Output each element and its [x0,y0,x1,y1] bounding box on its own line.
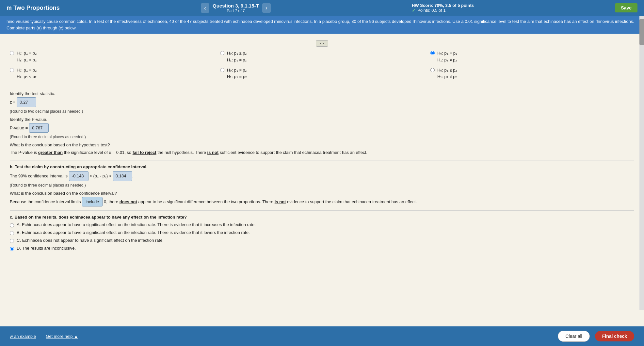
z-round-note: (Round to two decimal places as needed.) [10,109,634,114]
ci-dot: . [132,173,134,178]
cb-pre: Because the confidence interval limits [10,199,81,204]
ci-round-note: (Round to three decimal places as needed… [10,183,634,188]
conclusion-b-label: What is the conclusion based on the conf… [10,191,634,196]
ci-mid: (p₁ - p₂) [93,173,108,178]
radio-c-d[interactable] [10,247,14,251]
ca-mid: the significance level of α = 0.01, so [64,150,131,155]
pvalue-round-note: (Round to three decimal places as needed… [10,135,634,139]
get-more-help-button[interactable]: Get more help ▲ [46,334,78,339]
part-c-options: A. Echinacea does appear to have a signi… [10,222,634,251]
show-example-button[interactable]: w an example [10,334,36,339]
option-a: H₀: p₁ = p₂ H₁: p₁ > p₂ [10,50,214,64]
radio-b[interactable] [220,51,224,55]
hw-score: HW Score: 70%, 3.5 of 5 points [412,3,474,8]
bottom-bar: w an example Get more help ▲ Clear all F… [0,326,644,346]
part-c-option-a-text: A. Echinacea does appear to have a signi… [17,222,256,227]
top-header: m Two Proportions ‹ Question 3, 9.1.15-T… [0,0,644,16]
test-statistic-label: Identify the test statistic. [10,91,634,96]
ca-greater-than: greater than [38,150,63,155]
main-content: ⋯ H₀: p₁ = p₂ H₁: p₁ > p₂ H₀: p₁ ≥ p₂ H₁… [0,34,644,328]
score-info: HW Score: 70%, 3.5 of 5 points ✓ Points:… [412,3,474,13]
z-value-box[interactable]: 0.27 [17,97,36,107]
option-e-text: H₀: p₁ ≠ p₂ H₁: p₁ = p₂ [227,67,247,81]
radio-c[interactable] [430,51,435,55]
cb-post: appear to be a significant difference be… [138,199,273,204]
ci-lt: < [89,173,92,178]
cb-mid: 0, there [104,199,118,204]
cb-does-not: does not [120,199,137,204]
radio-c-b[interactable] [10,231,14,235]
radio-a[interactable] [10,51,14,55]
part-c-option-b-text: B. Echinacea does appear to have a signi… [17,230,250,235]
option-c-text: H₀: p₁ = p₂ H₁: p₁ ≠ p₂ [437,50,457,64]
option-b: H₀: p₁ ≥ p₂ H₁: p₁ ≠ p₂ [220,50,424,64]
ci-lt2: < [109,173,112,178]
z-value-line: z = 0.27 [10,97,634,107]
pvalue-line: P-value = 0.787 [10,123,634,133]
option-e: H₀: p₁ ≠ p₂ H₁: p₁ = p₂ [220,67,424,81]
question-info: Question 3, 9.1.15-T Part 7 of 7 [213,3,259,13]
option-c: H₀: p₁ = p₂ H₁: p₁ ≠ p₂ [430,50,634,64]
radio-f[interactable] [430,68,435,72]
part-c-option-b: B. Echinacea does appear to have a signi… [10,230,634,235]
radio-e[interactable] [220,68,224,72]
conclusion-a-label: What is the conclusion based on the hypo… [10,142,634,147]
ci-line: The 99% confidence interval is -0.148 < … [10,171,634,181]
check-icon: ✓ [412,8,416,13]
expand-button[interactable]: ⋯ [316,40,328,47]
option-f-text: H₀: p₁ ≤ p₂ H₁: p₁ ≠ p₂ [437,67,457,81]
scrollbar-thumb[interactable] [639,19,644,45]
option-d-text: H₀: p₁ = p₂ H₁: p₁ < p₂ [17,67,37,81]
part-c-option-c-text: C. Echinacea does not appear to have a s… [17,238,164,243]
ca-mid2: the null hypothesis. There [157,150,206,155]
part-c-option-d-text: D. The results are inconclusive. [17,246,76,251]
bottom-actions: Clear all Final check [558,331,634,342]
scrollbar-track [639,16,644,310]
pvalue-box[interactable]: 0.787 [29,123,49,133]
conclusion-a-text: The P-value is greater than the signific… [10,149,634,156]
include-box[interactable]: include [82,197,103,206]
cb-is-not: is not [275,199,286,204]
ca-post: sufficient evidence to support the claim… [220,150,367,155]
ci-lower-box[interactable]: -0.148 [69,171,89,181]
part-label: Part 7 of 7 [213,8,259,13]
radio-c-a[interactable] [10,223,14,227]
part-c-option-a: A. Echinacea does appear to have a signi… [10,222,634,227]
ci-upper-box[interactable]: 0.184 [113,171,132,181]
radio-d[interactable] [10,68,14,72]
pvalue-text-label: P-value = [10,125,28,130]
next-question-button[interactable]: › [262,3,271,13]
save-button[interactable]: Save [615,3,637,12]
cb-post2: evidence to support the claim that echin… [287,199,417,204]
ca-fail-reject: fail to reject [133,150,156,155]
bottom-links: w an example Get more help ▲ [10,334,78,339]
expand-section: ⋯ [10,40,634,47]
conclusion-b-text: Because the confidence interval limits i… [10,197,634,206]
ca-is-not: is not [207,150,219,155]
final-check-button[interactable]: Final check [595,331,634,341]
option-d: H₀: p₁ = p₂ H₁: p₁ < p₂ [10,67,214,81]
part-b-label: b. Test the claim by constructing an app… [10,164,634,169]
radio-c-c[interactable] [10,239,14,243]
prev-question-button[interactable]: ‹ [201,3,209,13]
question-nav: ‹ Question 3, 9.1.15-T Part 7 of 7 › [201,3,271,13]
option-b-text: H₀: p₁ ≥ p₂ H₁: p₁ ≠ p₂ [227,50,247,64]
z-label: z = [10,100,16,105]
part-c-option-d: D. The results are inconclusive. [10,246,634,251]
problem-text: hino viruses typically cause common cold… [7,18,637,31]
problem-banner: hino viruses typically cause common cold… [0,16,644,34]
part-c-option-c: C. Echinacea does not appear to have a s… [10,238,634,243]
ci-pre: The 99% confidence interval is [10,173,68,178]
points-info: ✓ Points: 0.5 of 1 [412,8,474,13]
question-label: Question 3, 9.1.15-T [213,3,259,8]
clear-all-button[interactable]: Clear all [558,331,589,342]
page-title: m Two Proportions [7,5,60,11]
hypothesis-options: H₀: p₁ = p₂ H₁: p₁ > p₂ H₀: p₁ ≥ p₂ H₁: … [10,50,634,80]
option-f: H₀: p₁ ≤ p₂ H₁: p₁ ≠ p₂ [430,67,634,81]
points-label: Points: 0.5 of 1 [417,8,446,13]
option-a-text: H₀: p₁ = p₂ H₁: p₁ > p₂ [17,50,37,64]
part-c-label: c. Based on the results, does echinacea … [10,215,634,220]
ca-pre: The P-value is [10,150,37,155]
pvalue-label: Identify the P-value. [10,117,634,122]
